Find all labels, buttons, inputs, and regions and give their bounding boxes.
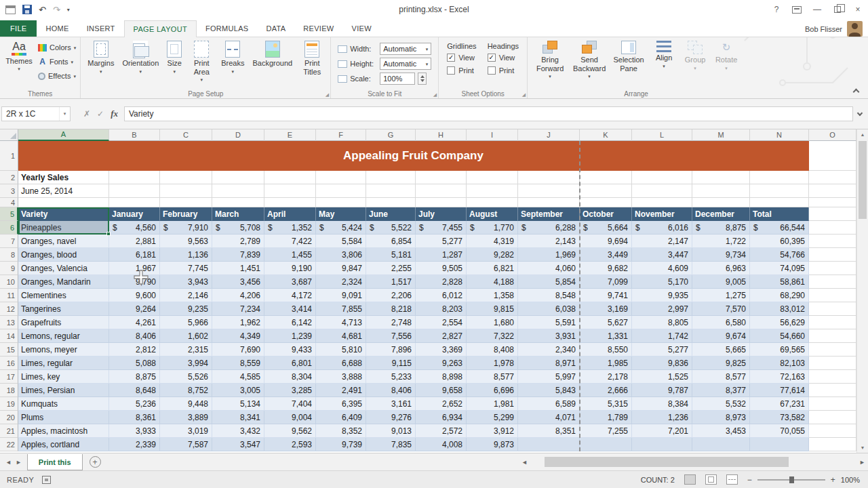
cell-C7[interactable]: 9,563 xyxy=(160,235,212,248)
cell-A4[interactable] xyxy=(18,198,109,207)
cell-F6[interactable]: $5,424 xyxy=(316,221,366,235)
row-header-6[interactable]: 6 xyxy=(0,221,18,235)
row-header-12[interactable]: 12 xyxy=(0,302,18,316)
cell-O22[interactable] xyxy=(809,438,856,451)
cell-H3[interactable] xyxy=(416,184,467,198)
cell-O5[interactable] xyxy=(809,207,856,221)
hscroll-thumb[interactable] xyxy=(545,457,789,467)
cell-E15[interactable]: 9,433 xyxy=(264,343,316,357)
cell-F12[interactable]: 7,855 xyxy=(316,302,366,316)
cell-E7[interactable]: 7,422 xyxy=(264,235,316,248)
cell-B16[interactable]: 5,088 xyxy=(109,357,160,370)
cell-K3[interactable] xyxy=(580,184,632,198)
cell-G2[interactable] xyxy=(366,171,416,184)
cell-J21[interactable]: 8,351 xyxy=(518,424,580,438)
cell-B19[interactable]: 5,236 xyxy=(109,397,160,411)
cell-C9[interactable]: 7,745 xyxy=(160,262,212,275)
scale-to-fit-dialog-launcher-icon[interactable]: ◢ xyxy=(433,92,437,97)
cell-K21[interactable]: 7,255 xyxy=(580,424,632,438)
cell-N10[interactable]: 58,861 xyxy=(750,275,809,289)
cell-C15[interactable]: 2,315 xyxy=(160,343,212,357)
cell-B9[interactable]: 1,967 xyxy=(109,262,160,275)
cell-C4[interactable] xyxy=(160,198,212,207)
row-header-5[interactable]: 5 xyxy=(0,207,18,221)
cell-H14[interactable]: 2,827 xyxy=(416,329,467,343)
cell-O14[interactable] xyxy=(809,329,856,343)
cell-I21[interactable]: 3,912 xyxy=(467,424,518,438)
cell-L15[interactable]: 5,277 xyxy=(632,343,692,357)
cell-D4[interactable] xyxy=(212,198,264,207)
effects-button[interactable]: Effects ▾ xyxy=(38,70,76,82)
cell-C16[interactable]: 3,994 xyxy=(160,357,212,370)
cell-F7[interactable]: 5,584 xyxy=(316,235,366,248)
cell-E22[interactable]: 2,593 xyxy=(264,438,316,451)
column-header-I[interactable]: I xyxy=(467,129,518,141)
cell-M16[interactable]: 9,825 xyxy=(692,357,750,370)
row-header-4[interactable]: 4 xyxy=(0,198,18,207)
cell-I4[interactable] xyxy=(467,198,518,207)
cell-L14[interactable]: 1,742 xyxy=(632,329,692,343)
header-cell-L5[interactable]: November xyxy=(632,207,692,221)
cell-K7[interactable]: 9,694 xyxy=(580,235,632,248)
cell-A14[interactable]: Lemons, regular xyxy=(18,329,109,343)
account-user[interactable]: Bob Flisser xyxy=(805,21,868,37)
cell-I11[interactable]: 1,358 xyxy=(467,289,518,302)
cell-H15[interactable]: 3,369 xyxy=(416,343,467,357)
cell-L3[interactable] xyxy=(632,184,692,198)
cell-H13[interactable]: 2,554 xyxy=(416,316,467,329)
cell-B22[interactable]: 2,339 xyxy=(109,438,160,451)
cell-I12[interactable]: 9,815 xyxy=(467,302,518,316)
cell-C17[interactable]: 5,526 xyxy=(160,370,212,384)
cell-H18[interactable]: 9,658 xyxy=(416,384,467,397)
cell-D8[interactable]: 7,839 xyxy=(212,248,264,262)
column-header-G[interactable]: G xyxy=(366,129,416,141)
zoom-slider[interactable] xyxy=(757,479,825,481)
cell-H8[interactable]: 1,287 xyxy=(416,248,467,262)
cell-O17[interactable] xyxy=(809,370,856,384)
cell-J7[interactable]: 2,143 xyxy=(518,235,580,248)
cell-O20[interactable] xyxy=(809,411,856,424)
insert-function-icon[interactable]: fx xyxy=(107,108,121,119)
cell-M12[interactable]: 7,570 xyxy=(692,302,750,316)
cell-L8[interactable]: 3,447 xyxy=(632,248,692,262)
column-header-K[interactable]: K xyxy=(580,129,632,141)
collapse-ribbon-icon[interactable] xyxy=(850,87,861,95)
cell-K18[interactable]: 2,666 xyxy=(580,384,632,397)
cell-K12[interactable]: 3,169 xyxy=(580,302,632,316)
cell-L6[interactable]: $6,016 xyxy=(632,221,692,235)
cell-J16[interactable]: 8,971 xyxy=(518,357,580,370)
header-cell-G5[interactable]: June xyxy=(366,207,416,221)
cell-F8[interactable]: 3,806 xyxy=(316,248,366,262)
cell-O11[interactable] xyxy=(809,289,856,302)
cell-L22[interactable] xyxy=(632,438,692,451)
redo-icon[interactable]: ↷ xyxy=(53,5,60,14)
cell-O6[interactable] xyxy=(809,221,856,235)
row-header-15[interactable]: 15 xyxy=(0,343,18,357)
group-button[interactable]: Group ▾ xyxy=(679,39,711,70)
cell-A18[interactable]: Limes, Persian xyxy=(18,384,109,397)
cell-M2[interactable] xyxy=(692,171,750,184)
cell-L18[interactable]: 9,787 xyxy=(632,384,692,397)
cell-J8[interactable]: 1,969 xyxy=(518,248,580,262)
cell-F22[interactable]: 9,739 xyxy=(316,438,366,451)
cell-N7[interactable]: 60,395 xyxy=(750,235,809,248)
cell-O12[interactable] xyxy=(809,302,856,316)
cell-G12[interactable]: 8,218 xyxy=(366,302,416,316)
cell-L13[interactable]: 8,805 xyxy=(632,316,692,329)
column-header-F[interactable]: F xyxy=(316,129,366,141)
cell-B13[interactable]: 4,261 xyxy=(109,316,160,329)
cell-C10[interactable]: 3,943 xyxy=(160,275,212,289)
gridlines-print-checkbox[interactable]: Print xyxy=(447,65,476,76)
row-header-22[interactable]: 22 xyxy=(0,438,18,451)
tab-formulas[interactable]: FORMULAS xyxy=(197,20,258,37)
cell-O21[interactable] xyxy=(809,424,856,438)
row-header-8[interactable]: 8 xyxy=(0,248,18,262)
cell-B4[interactable] xyxy=(109,198,160,207)
height-select[interactable]: Automatic ▾ xyxy=(380,58,431,70)
cell-D9[interactable]: 1,451 xyxy=(212,262,264,275)
cell-B12[interactable]: 9,264 xyxy=(109,302,160,316)
cell-N8[interactable]: 54,766 xyxy=(750,248,809,262)
cell-D2[interactable] xyxy=(212,171,264,184)
cell-N12[interactable]: 83,012 xyxy=(750,302,809,316)
cell-L11[interactable]: 9,935 xyxy=(632,289,692,302)
